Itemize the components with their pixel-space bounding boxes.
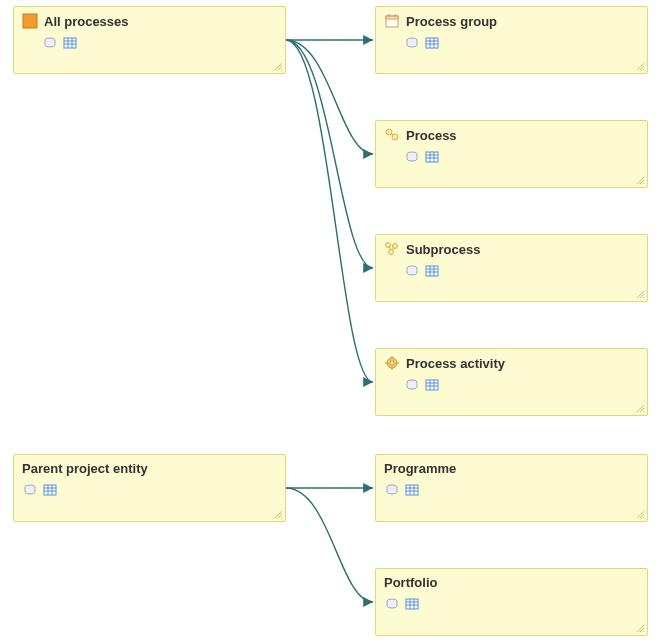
resize-handle[interactable] (635, 623, 645, 633)
resize-handle[interactable] (635, 509, 645, 519)
resize-handle[interactable] (635, 289, 645, 299)
db-icon[interactable] (404, 377, 420, 393)
node-process-group[interactable]: Process group (375, 6, 648, 74)
svg-line-22 (643, 69, 644, 70)
svg-point-50 (390, 361, 394, 365)
connector-parent-to-portfolio (286, 488, 373, 602)
resize-handle[interactable] (635, 61, 645, 71)
svg-rect-27 (426, 152, 438, 162)
table-icon[interactable] (424, 377, 440, 393)
db-icon[interactable] (22, 482, 38, 498)
svg-rect-2 (64, 38, 76, 48)
node-title: All processes (44, 14, 129, 29)
resize-handle[interactable] (273, 509, 283, 519)
db-icon[interactable] (384, 482, 400, 498)
node-process-activity[interactable]: Process activity (375, 348, 648, 416)
db-icon[interactable] (42, 35, 58, 51)
db-icon[interactable] (384, 596, 400, 612)
svg-rect-74 (406, 485, 418, 495)
svg-rect-83 (406, 599, 418, 609)
gear-icon (384, 355, 400, 371)
svg-point-37 (389, 250, 394, 255)
node-programme[interactable]: Programme (375, 454, 648, 522)
node-portfolio[interactable]: Portfolio (375, 568, 648, 636)
db-icon[interactable] (404, 35, 420, 51)
node-title: Portfolio (384, 575, 437, 590)
svg-line-90 (643, 631, 644, 632)
orange-square-icon (22, 13, 38, 29)
svg-rect-11 (386, 16, 398, 19)
connector-all-to-subprocess (286, 40, 373, 268)
table-icon[interactable] (424, 35, 440, 51)
node-subprocess[interactable]: Subprocess (375, 234, 648, 302)
subnodes-icon (384, 241, 400, 257)
node-title: Programme (384, 461, 456, 476)
svg-rect-56 (426, 380, 438, 390)
node-title: Subprocess (406, 242, 480, 257)
calendar-icon (384, 13, 400, 29)
table-icon[interactable] (424, 149, 440, 165)
svg-line-81 (643, 517, 644, 518)
resize-handle[interactable] (273, 61, 283, 71)
connector-all-to-activity (286, 40, 373, 382)
nodes-icon (384, 127, 400, 143)
table-icon[interactable] (424, 263, 440, 279)
svg-line-48 (643, 297, 644, 298)
node-process[interactable]: Process (375, 120, 648, 188)
node-all-processes[interactable]: All processes (13, 6, 286, 74)
node-title: Process (406, 128, 457, 143)
svg-line-63 (643, 411, 644, 412)
svg-rect-65 (44, 485, 56, 495)
resize-handle[interactable] (635, 175, 645, 185)
table-icon[interactable] (404, 482, 420, 498)
svg-line-34 (643, 183, 644, 184)
svg-rect-41 (426, 266, 438, 276)
table-icon[interactable] (404, 596, 420, 612)
svg-rect-0 (23, 14, 37, 28)
node-parent-project[interactable]: Parent project entity (13, 454, 286, 522)
svg-line-25 (391, 134, 393, 135)
table-icon[interactable] (42, 482, 58, 498)
node-title: Parent project entity (22, 461, 148, 476)
table-icon[interactable] (62, 35, 78, 51)
svg-line-9 (281, 69, 282, 70)
node-title: Process activity (406, 356, 505, 371)
db-icon[interactable] (404, 263, 420, 279)
node-title: Process group (406, 14, 497, 29)
svg-line-72 (281, 517, 282, 518)
db-icon[interactable] (404, 149, 420, 165)
connection-layer (0, 0, 663, 644)
svg-rect-15 (426, 38, 438, 48)
connector-all-to-process (286, 40, 373, 154)
resize-handle[interactable] (635, 403, 645, 413)
